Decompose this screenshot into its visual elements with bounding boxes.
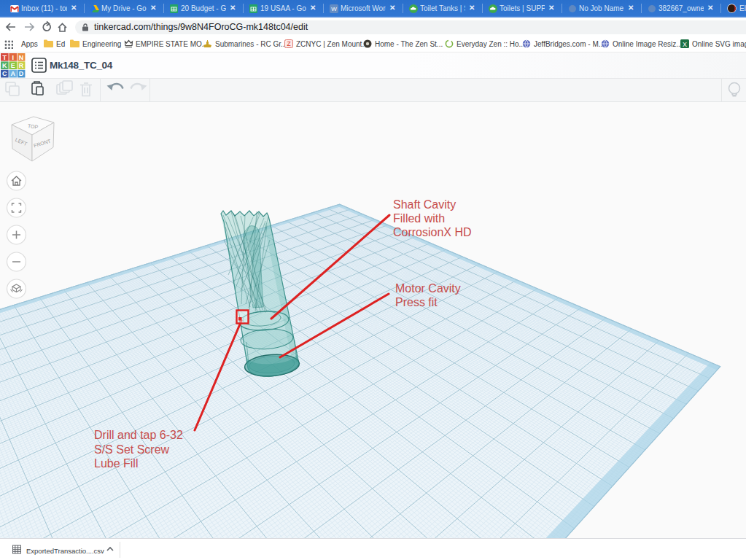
svg-text:T: T xyxy=(3,54,7,61)
svg-text:X: X xyxy=(683,41,687,48)
svg-text:A: A xyxy=(10,70,15,77)
svg-text:Press fit: Press fit xyxy=(395,296,438,308)
svg-text:K: K xyxy=(2,62,7,69)
svg-text:Shaft Cavity: Shaft Cavity xyxy=(393,198,456,211)
svg-text:D: D xyxy=(19,70,24,77)
svg-text:CorrosionX HD: CorrosionX HD xyxy=(393,226,472,238)
svg-text:Z: Z xyxy=(287,40,290,47)
svg-text:W: W xyxy=(331,6,337,12)
svg-text:I: I xyxy=(12,54,14,61)
svg-text:R: R xyxy=(19,62,24,69)
svg-text:Filled with: Filled with xyxy=(393,212,445,225)
svg-text:S/S Set Screw: S/S Set Screw xyxy=(94,443,170,456)
svg-text:E: E xyxy=(11,62,15,69)
svg-text:N: N xyxy=(19,54,24,61)
svg-text:C: C xyxy=(2,70,7,77)
svg-text:Motor Cavity: Motor Cavity xyxy=(395,282,461,295)
svg-text:Lube Fill: Lube Fill xyxy=(94,457,138,470)
svg-text:Drill and tap 6-32: Drill and tap 6-32 xyxy=(94,429,183,441)
